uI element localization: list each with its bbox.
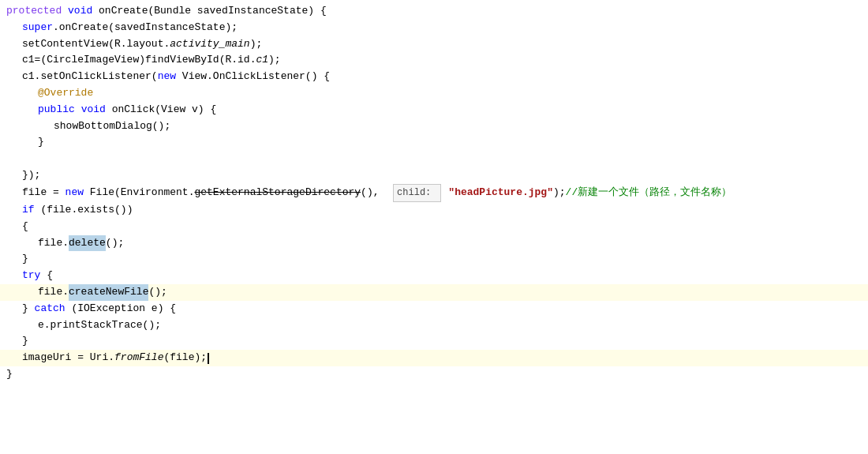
code-line-9: } xyxy=(0,134,868,151)
code-line-16: } xyxy=(0,251,868,268)
code-line-19: } catch (IOException e) { xyxy=(0,301,868,317)
code-line-6: @Override xyxy=(0,85,868,102)
code-line-21: } xyxy=(0,333,868,350)
code-line-3: setContentView(R.layout. activity_main )… xyxy=(0,36,868,53)
code-line-20: e.printStackTrace(); xyxy=(0,317,868,334)
code-line-11: }); xyxy=(0,167,868,184)
method-fromfile: fromFile xyxy=(114,350,163,366)
code-line-10 xyxy=(0,151,868,167)
text-cursor xyxy=(208,353,209,364)
code-line-4: c1=(CircleImageView)findViewById(R.id. c… xyxy=(0,52,868,69)
code-line-8: showBottomDialog(); xyxy=(0,118,868,135)
keyword-protected: protected xyxy=(6,3,62,20)
code-line-13: if (file.exists()) xyxy=(0,202,868,219)
code-line-17: try { xyxy=(0,268,868,284)
code-line-2: super .onCreate(savedInstanceState); xyxy=(0,20,868,36)
strikethrough-method: getExternalStorageDirectory xyxy=(194,185,361,201)
keyword-void: void xyxy=(68,3,92,20)
code-line-12: file = new File(Environment. getExternal… xyxy=(0,184,868,202)
method-delete-highlighted: delete xyxy=(69,235,106,252)
code-line-5: c1.setOnClickListener( new View.OnClickL… xyxy=(0,69,868,85)
code-line-7: public void onClick(View v) { xyxy=(0,102,868,118)
code-line-18: file. createNewFile (); xyxy=(0,284,868,301)
code-line-15: file. delete (); xyxy=(0,235,868,252)
comment-chinese: //新建一个文件（路径，文件名称） xyxy=(566,185,732,201)
code-editor: protected void onCreate(Bundle savedInst… xyxy=(0,0,868,454)
code-line-14: { xyxy=(0,219,868,235)
method-createnewfile-highlighted: createNewFile xyxy=(69,284,148,301)
code-line-22: imageUri = Uri. fromFile (file); xyxy=(0,350,868,366)
param-tooltip: child: xyxy=(393,184,440,202)
code-line-1: protected void onCreate(Bundle savedInst… xyxy=(0,3,868,20)
string-value: "headPicture.jpg" xyxy=(448,185,553,201)
code-line-23: } xyxy=(0,366,868,383)
